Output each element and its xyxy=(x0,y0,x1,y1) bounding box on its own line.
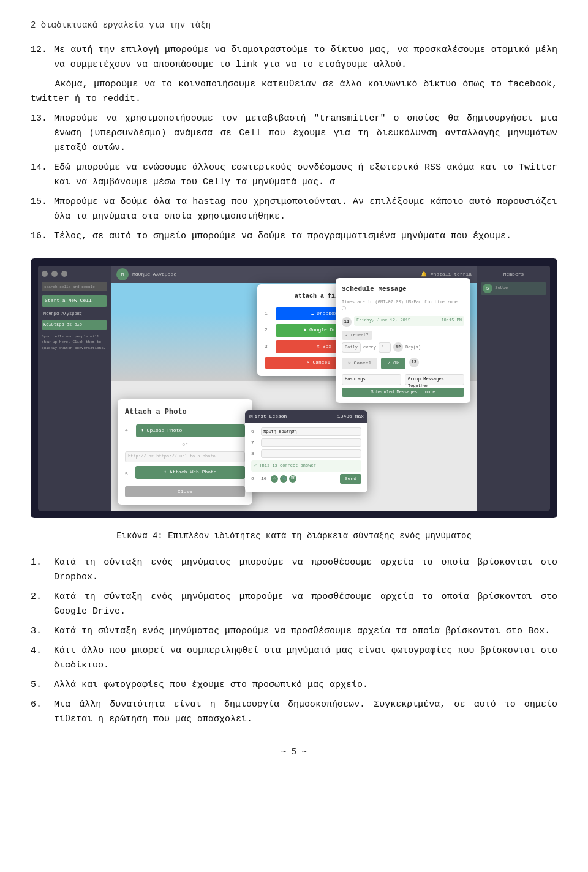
celly-main: M Μάθημα Άλγεβρας 🔔 #natali terria attac… xyxy=(111,266,477,511)
schedule-frequency-row: Daily every 1 12 Day(s) xyxy=(342,342,464,353)
list-item-2: 2. Κατά τη σύνταξη ενός μηνύματος μπορού… xyxy=(31,590,557,619)
url-input[interactable]: http:// or https:// url to a photo xyxy=(125,451,245,462)
chat-header-right: #natali terria xyxy=(431,271,472,279)
schedule-date-value: Friday, June 12, 2015 xyxy=(356,317,410,324)
upload-photo-button[interactable]: ⬆ Upload Photo xyxy=(136,424,245,437)
schedule-action-buttons: ✕ Cancel ✓ Ok 13 xyxy=(342,358,464,369)
right-panel: Members S SoUpe xyxy=(477,266,550,511)
search-placeholder: search cells and people xyxy=(44,284,95,290)
group-messages-input[interactable]: Group Messages Together xyxy=(405,374,464,385)
list-item-4: 4. Κάτι άλλο που μπορεί να συμπεριληφθεί… xyxy=(31,644,557,673)
schedule-time-value: 10:15 PM xyxy=(441,317,462,324)
close-button[interactable]: Close xyxy=(125,486,245,498)
quiz-question-placeholder: πρώτη ερώτηση xyxy=(263,429,297,434)
sidebar-item-algebra[interactable]: Μάθημα Άλγεβρας xyxy=(42,309,107,318)
hashtag-row: Hashtags Group Messages Together xyxy=(342,374,464,385)
scheduled-messages-button[interactable]: Scheduled Messages more xyxy=(342,388,464,397)
hashtag-input[interactable]: Hashtags xyxy=(342,374,401,385)
schedule-ok-button[interactable]: ✓ Ok xyxy=(381,358,405,369)
item-num-16: 16. xyxy=(31,229,50,244)
right-panel-title: Members xyxy=(481,271,546,279)
item-text-14: Εδώ μπορούμε να ενώσουμε άλλους εσωτερικ… xyxy=(54,160,557,190)
list-text-4: Κάτι άλλο που μπορεί να συμπεριληφθεί στ… xyxy=(54,644,557,673)
list-text-5: Αλλά και φωτογραφίες που έχουμε στο προσ… xyxy=(54,678,557,693)
member-avatar: S xyxy=(483,284,492,293)
sidebar-item-label: Μάθημα Άλγεβρας xyxy=(43,311,82,316)
start-new-cell-button[interactable]: Start a New Cell xyxy=(42,295,107,307)
quiz-header: @First_Lesson 13436 max xyxy=(245,410,368,423)
quiz-num-7: 7 xyxy=(251,439,258,447)
paragraph-facebook: Ακόμα, μπορούμε να το κοινοποιήσουμε κατ… xyxy=(31,77,557,107)
list-num-2: 2. xyxy=(31,590,50,619)
paragraph-15: 15. Μπορούμε να δούμε όλα τα hastag που … xyxy=(31,195,557,224)
quiz-answer-7-input[interactable] xyxy=(261,438,361,447)
item-num-13: 13. xyxy=(31,111,50,156)
item-text-16: Τέλος, σε αυτό το σημείο μπορούμε να δού… xyxy=(54,229,557,244)
paragraph-14: 14. Εδώ μπορούμε να ενώσουμε άλλους εσωτ… xyxy=(31,160,557,190)
list-num-4: 4. xyxy=(31,644,50,673)
figure-caption: Εικόνα 4: Επιπλέον ιδιότητες κατά τη διά… xyxy=(31,529,557,543)
attach-web-photo-button[interactable]: ⬆ Attach Web Photo xyxy=(135,466,245,479)
upload-photo-row: 4 ⬆ Upload Photo xyxy=(125,424,245,437)
schedule-num-11: 11 xyxy=(342,317,352,327)
sidebar-item-label-2: Καλύτερα σε όλο xyxy=(43,322,82,327)
url-placeholder: http:// or https:// url to a photo xyxy=(128,454,216,459)
item-num-14: 14. xyxy=(31,160,50,190)
schedule-num-12: 12 xyxy=(393,342,403,352)
quiz-num-8: 8 xyxy=(251,450,258,458)
member-soupe[interactable]: S SoUpe xyxy=(481,282,546,295)
list-item-5: 5. Αλλά και φωτογραφίες που έχουμε στο π… xyxy=(31,678,557,693)
option-num-3: 3 xyxy=(265,343,272,351)
paragraph-12: 12. Με αυτή την επιλογή μπορούμε να διαμ… xyxy=(31,43,557,72)
quiz-question-row: 6 πρώτη ερώτηση xyxy=(251,427,361,436)
modal-schedule-message: Schedule Message Times are in (GMT-07:00… xyxy=(336,278,470,403)
quiz-answer-7-row: 7 xyxy=(251,438,361,447)
page-header: 2 διαδικτυακά εργαλεία για την τάξη xyxy=(31,18,557,32)
option-num-5: 5 xyxy=(125,470,132,478)
schedule-timezone: Times are in (GMT-07:00) US/Pacific time… xyxy=(342,299,464,312)
paragraph-13: 13. Μπορούμε να χρησιμοποιήσουμε τον μετ… xyxy=(31,111,557,156)
emoji-icon[interactable]: ☺ xyxy=(271,475,278,483)
quiz-correct-answer: ✓ This is correct answer xyxy=(251,460,361,471)
quiz-char-count: 13436 max xyxy=(337,413,364,421)
attach-icon[interactable]: 📎 xyxy=(280,475,287,483)
item-num-15: 15. xyxy=(31,195,50,224)
every-label: every xyxy=(363,344,376,351)
schedule-title: Schedule Message xyxy=(342,284,464,295)
celly-app: search cells and people Start a New Cell… xyxy=(38,266,550,511)
list-num-1: 1. xyxy=(31,555,50,585)
quiz-icon-row: ☺ 📎 🖼 xyxy=(271,475,296,483)
every-num[interactable]: 1 xyxy=(379,342,391,353)
avatar: M xyxy=(116,268,129,280)
sidebar-item-better[interactable]: Καλύτερα σε όλο xyxy=(42,320,107,329)
sidebar-top-icons xyxy=(42,271,107,277)
schedule-cancel-button[interactable]: ✕ Cancel xyxy=(342,358,377,369)
hashtags-section: Hashtags Group Messages Together xyxy=(342,374,464,385)
repeat-checkbox[interactable]: ✓ repeat? xyxy=(342,331,372,340)
send-button[interactable]: Send xyxy=(340,474,361,484)
option-num-1: 1 xyxy=(265,310,272,318)
item-text-15: Μπορούμε να δούμε όλα τα hastag που χρησ… xyxy=(54,195,557,224)
list-item-6: 6. Μια άλλη δυνατότητα είναι η δημιουργί… xyxy=(31,697,557,727)
page-number: ~ 5 ~ xyxy=(31,745,557,759)
chat-cell-name: Μάθημα Άλγεβρας xyxy=(132,271,417,279)
quiz-answer-8-row: 8 xyxy=(251,449,361,458)
quiz-cell-name: @First_Lesson xyxy=(249,413,287,421)
sidebar-search[interactable]: search cells and people xyxy=(42,282,107,291)
list-text-6: Μια άλλη δυνατότητα είναι η δημιουργία δ… xyxy=(54,697,557,727)
quiz-answer-8-input[interactable] xyxy=(261,449,361,458)
schedule-repeat-row[interactable]: ✓ repeat? xyxy=(342,331,464,340)
image-icon[interactable]: 🖼 xyxy=(289,475,296,483)
item-text-12: Με αυτή την επιλογή μπορούμε να διαμοιρα… xyxy=(54,43,557,72)
quiz-question-input[interactable]: πρώτη ερώτηση xyxy=(261,427,361,436)
frequency-select[interactable]: Daily xyxy=(342,342,361,353)
paragraph-16: 16. Τέλος, σε αυτό το σημείο μπορούμε να… xyxy=(31,229,557,244)
dot-2 xyxy=(51,271,58,277)
member-name: SoUpe xyxy=(495,286,508,291)
list-text-3: Κατά τη σύνταξη ενός μηνύματος μπορούμε … xyxy=(54,624,557,639)
celly-sidebar: search cells and people Start a New Cell… xyxy=(38,266,111,511)
list-num-5: 5. xyxy=(31,678,50,693)
unit-label: Day(s) xyxy=(405,344,421,351)
dot-3 xyxy=(61,271,67,277)
notifications-icon[interactable]: 🔔 xyxy=(421,271,427,279)
